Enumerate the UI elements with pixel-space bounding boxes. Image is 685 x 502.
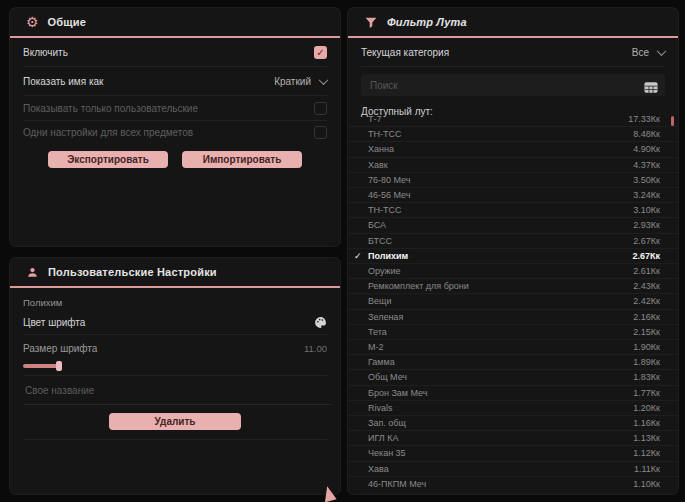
loot-list-item[interactable]: ✓ Тета 2.15Кк <box>348 325 678 340</box>
export-button[interactable]: Экспортировать <box>48 151 168 168</box>
delete-button[interactable]: Удалить <box>109 413 241 430</box>
loot-list-item[interactable]: ✓ Т-7 17.33Кк <box>348 112 678 127</box>
category-value: Все <box>632 47 649 58</box>
selected-item-name: Полихим <box>23 297 327 308</box>
table-view-icon[interactable] <box>644 79 658 97</box>
loot-item-value: 2.67Кк <box>632 251 660 261</box>
loot-item-name: Вещи <box>368 296 391 306</box>
loot-item-value: 1.20Кк <box>633 403 660 413</box>
loot-item-name: Полихим <box>368 251 408 261</box>
loot-list-item[interactable]: ✓ Rivals 1.20Кк <box>348 401 678 416</box>
funnel-icon <box>364 16 378 29</box>
list-scrollbar-thumb[interactable] <box>671 116 674 126</box>
loot-item-value: 2.67Кк <box>633 236 660 246</box>
loot-item-value: 1.16Кк <box>633 418 660 428</box>
font-color-row[interactable]: Цвет шрифта <box>23 310 327 335</box>
export-import-row: Экспортировать Импортировать <box>10 151 340 168</box>
loot-item-value: 2.93Кк <box>633 220 660 230</box>
loot-list-item[interactable]: ✓ Общ Меч 1.83Кк <box>348 370 678 385</box>
loot-item-name: Общ Меч <box>368 372 407 382</box>
loot-list-item[interactable]: ✓ Оружие 2.61Кк <box>348 264 678 279</box>
loot-list-item[interactable]: ✓ 46-ПКПМ Меч 1.10Кк <box>348 477 678 492</box>
loot-list-item[interactable]: ✓ Зап. общ 1.16Кк <box>348 416 678 431</box>
loot-list-item[interactable]: ✓ Ханна 4.90Кк <box>348 142 678 157</box>
loot-list-item[interactable]: ✓ ТН-ТСС 3.10Кк <box>348 203 678 218</box>
filter-panel-title: Фильтр Лута <box>387 16 467 28</box>
loot-list-item[interactable]: ✓ БСА 2.93Кк <box>348 218 678 233</box>
custom-name-input[interactable] <box>23 376 331 405</box>
loot-list-item[interactable]: ✓ Брон Зам Меч 1.77Кк <box>348 386 678 401</box>
only-custom-row: Показывать только пользовательские <box>23 96 327 121</box>
general-panel-title: Общие <box>48 16 87 28</box>
slider-fill <box>23 364 60 368</box>
loot-item-name: 46-ПКПМ Меч <box>368 479 426 489</box>
loot-list-item[interactable]: ✓ Полихим 2.67Кк <box>348 249 678 264</box>
loot-item-name: ТН-ТСС <box>368 129 402 139</box>
same-settings-checkbox[interactable] <box>314 126 327 139</box>
font-size-block: Размер шрифта 11.00 <box>23 335 327 376</box>
loot-item-name: М-2 <box>368 342 384 352</box>
loot-item-value: 1.90Кк <box>633 342 660 352</box>
enable-label: Включить <box>23 47 68 58</box>
general-panel-header: ⚙ Общие <box>10 8 340 38</box>
loot-list: ✓ Т-7 17.33Кк ✓ ТН-ТСС 8.48Кк ✓ Ханна 4.… <box>348 112 678 492</box>
font-size-value: 11.00 <box>304 343 327 354</box>
search-input[interactable] <box>361 74 665 96</box>
loot-item-value: 3.24Кк <box>633 190 660 200</box>
loot-item-name: 76-80 Меч <box>368 175 411 185</box>
loot-item-value: 2.16Кк <box>633 312 660 322</box>
loot-item-name: 46-56 Меч <box>368 190 411 200</box>
loot-list-item[interactable]: ✓ Гамма 1.89Кк <box>348 355 678 370</box>
loot-item-name: Оружие <box>368 266 401 276</box>
loot-filter-panel: Фильтр Лута Текущая категория Все Доступ… <box>348 8 678 494</box>
loot-list-item[interactable]: ✓ ИГЛ КА 1.13Кк <box>348 431 678 446</box>
loot-item-value: 3.50Кк <box>633 175 660 185</box>
loot-list-item[interactable]: ✓ БТСС 2.67Кк <box>348 234 678 249</box>
enable-checkbox[interactable]: ✓ <box>314 46 327 59</box>
loot-list-item[interactable]: ✓ ТН-ТСС 8.48Кк <box>348 127 678 142</box>
name-mode-row: Показать имя как Краткий <box>23 67 327 96</box>
loot-item-name: Т-7 <box>368 114 382 124</box>
loot-item-value: 2.15Кк <box>633 327 660 337</box>
check-icon: ✓ <box>316 47 324 58</box>
custom-panel-title: Пользовательские Настройки <box>48 266 217 278</box>
loot-item-value: 4.90Кк <box>633 144 660 154</box>
loot-list-item[interactable]: ✓ Хавк 4.37Кк <box>348 158 678 173</box>
loot-item-value: 1.83Кк <box>633 372 660 382</box>
loot-item-value: 1.13Кк <box>633 433 660 443</box>
only-custom-checkbox[interactable] <box>314 102 327 115</box>
loot-item-name: Зеленая <box>368 312 403 322</box>
custom-settings-panel: Пользовательские Настройки Полихим Цвет … <box>10 258 340 494</box>
loot-list-item[interactable]: ✓ Хава 1.11Кк <box>348 462 678 477</box>
check-icon: ✓ <box>354 251 362 261</box>
enable-row: Включить ✓ <box>23 38 327 67</box>
loot-list-item[interactable]: ✓ Зеленая 2.16Кк <box>348 310 678 325</box>
loot-item-value: 2.43Кк <box>633 281 660 291</box>
loot-item-value: 1.11Кк <box>634 464 660 474</box>
loot-item-name: Гамма <box>368 357 395 367</box>
search-bar <box>361 74 665 96</box>
loot-item-name: ТН-ТСС <box>368 205 402 215</box>
loot-item-value: 1.10Кк <box>633 479 660 489</box>
loot-list-item[interactable]: ✓ Вещи 2.42Кк <box>348 294 678 309</box>
category-label: Текущая категория <box>361 47 449 58</box>
slider-thumb[interactable] <box>56 361 62 371</box>
font-size-slider[interactable] <box>23 360 327 371</box>
gear-icon: ⚙ <box>26 15 39 29</box>
font-color-label: Цвет шрифта <box>23 317 85 328</box>
category-dropdown[interactable]: Все <box>632 47 665 58</box>
loot-list-item[interactable]: ✓ Ремкомплект для брони 2.43Кк <box>348 279 678 294</box>
loot-list-item[interactable]: ✓ 46-56 Меч 3.24Кк <box>348 188 678 203</box>
name-mode-dropdown[interactable]: Краткий <box>274 76 327 87</box>
loot-list-item[interactable]: ✓ 76-80 Меч 3.50Кк <box>348 173 678 188</box>
chevron-down-icon <box>319 75 329 85</box>
loot-item-name: Зап. общ <box>368 418 406 428</box>
same-settings-label: Одни настройки для всех предметов <box>23 127 193 138</box>
import-button[interactable]: Импортировать <box>182 151 302 168</box>
loot-list-item[interactable]: ✓ Чекан 35 1.12Кк <box>348 446 678 461</box>
palette-icon[interactable] <box>314 316 327 329</box>
divider <box>23 439 327 440</box>
loot-list-item[interactable]: ✓ М-2 1.90Кк <box>348 340 678 355</box>
loot-item-name: Ремкомплект для брони <box>368 281 469 291</box>
loot-item-name: БТСС <box>368 236 392 246</box>
